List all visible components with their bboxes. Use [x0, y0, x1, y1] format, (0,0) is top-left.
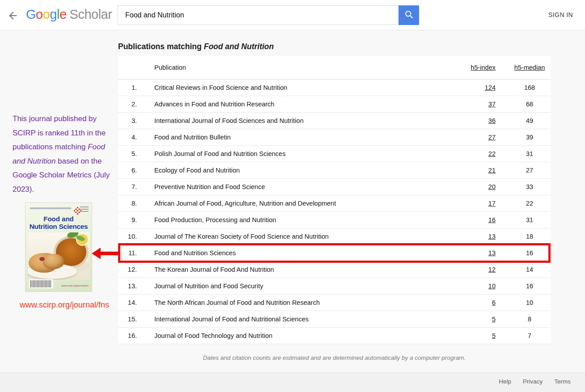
- publication-header: Publication: [137, 64, 455, 71]
- table-header-row: Publication h5-index h5-median: [118, 56, 551, 80]
- row-rank: 12.: [118, 266, 137, 273]
- footer-link-help[interactable]: Help: [499, 378, 511, 385]
- cover-photo: [28, 232, 89, 280]
- row-h5-median: 168: [509, 84, 551, 91]
- jam-shape: [39, 257, 45, 261]
- row-publication: International Journal of Food and Nutrit…: [137, 316, 455, 323]
- row-rank: 11.: [118, 249, 137, 257]
- table-row: 4. Food and Nutrition Bulletin 27 39: [118, 129, 551, 146]
- table-row: 1. Critical Reviews in Food Science and …: [118, 80, 551, 96]
- row-h5-median: 22: [509, 200, 551, 207]
- table-row: 14. The North African Journal of Food an…: [118, 295, 551, 311]
- row-rank: 2.: [118, 101, 137, 108]
- row-h5-index[interactable]: 10: [488, 282, 496, 290]
- journal-cover: Food and Nutrition Sciences www.scirp.or…: [25, 203, 92, 291]
- row-rank: 8.: [118, 200, 137, 207]
- red-arrow-head-icon: [92, 248, 101, 259]
- table-row: 5. Polish Journal of Food and Nutrition …: [118, 146, 551, 162]
- table-footnote: Dates and citation counts are estimated …: [118, 354, 551, 361]
- row-publication: Food and Nutrition Bulletin: [137, 134, 455, 141]
- scirp-journal-link[interactable]: www.scirp.org/journal/fns: [20, 300, 109, 310]
- google-scholar-metrics-page: GoogleScholar SIGN IN This journal publi…: [0, 0, 585, 392]
- row-h5-median: 14: [509, 266, 551, 273]
- row-h5-index[interactable]: 22: [488, 150, 496, 157]
- row-h5-index[interactable]: 5: [492, 316, 496, 323]
- row-h5-index[interactable]: 6: [492, 299, 496, 306]
- row-h5-index[interactable]: 36: [488, 117, 496, 124]
- sign-in-link[interactable]: SIGN IN: [548, 11, 573, 18]
- cover-issn-line: [30, 207, 71, 209]
- table-row: 13. Journal of Nutrition and Food Securi…: [118, 278, 551, 295]
- page-title: Publications matchingFood and Nutrition: [118, 42, 274, 51]
- footer-bar: HelpPrivacyTerms: [0, 372, 585, 392]
- row-h5-index[interactable]: 16: [488, 216, 496, 223]
- google-logo-word: Google: [26, 7, 67, 21]
- row-publication: African Journal of Food, Agriculture, Nu…: [137, 200, 455, 207]
- row-h5-index[interactable]: 21: [488, 167, 496, 174]
- table-row: 15. International Journal of Food and Nu…: [118, 311, 551, 328]
- row-h5-median: 18: [509, 233, 551, 240]
- table-row: 7. Preventive Nutrition and Food Science…: [118, 179, 551, 195]
- row-rank: 13.: [118, 282, 137, 290]
- table-row: 10. Journal of The Korean Society of Foo…: [118, 228, 551, 245]
- row-h5-index[interactable]: 13: [488, 233, 496, 240]
- row-h5-index[interactable]: 13: [488, 249, 496, 257]
- publications-table: Publication h5-index h5-median 1. Critic…: [118, 56, 551, 344]
- row-h5-index[interactable]: 27: [488, 134, 496, 141]
- row-publication: Advances in Food and Nutrition Research: [137, 101, 455, 108]
- footer-link-terms[interactable]: Terms: [554, 378, 571, 385]
- row-publication: Food Production, Processing and Nutritio…: [137, 216, 455, 223]
- row-h5-index[interactable]: 20: [488, 183, 496, 190]
- row-rank: 10.: [118, 233, 137, 240]
- row-rank: 4.: [118, 134, 137, 141]
- page-title-prefix: Publications matching: [118, 42, 202, 51]
- search-icon: [404, 10, 414, 21]
- h5-median-header-link[interactable]: h5-median: [514, 64, 545, 71]
- google-scholar-logo[interactable]: GoogleScholar: [26, 7, 112, 22]
- table-row: 3. International Journal of Food Science…: [118, 113, 551, 129]
- row-h5-index[interactable]: 12: [488, 266, 496, 273]
- row-publication: Journal of Nutrition and Food Security: [137, 282, 455, 290]
- row-publication: Ecology of Food and Nutrition: [137, 167, 455, 174]
- row-h5-median: 68: [509, 101, 551, 108]
- row-h5-index[interactable]: 17: [488, 200, 496, 207]
- row-rank: 3.: [118, 117, 137, 124]
- row-rank: 7.: [118, 183, 137, 190]
- row-h5-index[interactable]: 5: [492, 332, 496, 339]
- row-h5-median: 33: [509, 183, 551, 190]
- barcode: [29, 279, 53, 288]
- back-arrow-icon: [7, 16, 19, 23]
- row-rank: 6.: [118, 167, 137, 174]
- row-h5-median: 49: [509, 117, 551, 124]
- table-row: 8. African Journal of Food, Agriculture,…: [118, 195, 551, 212]
- h5-index-header-link[interactable]: h5-index: [471, 64, 496, 71]
- annotation-text: This journal published by SCIRP is ranke…: [13, 112, 115, 196]
- search-button[interactable]: [398, 5, 419, 25]
- row-h5-median: 31: [509, 216, 551, 223]
- row-h5-median: 16: [509, 282, 551, 290]
- top-bar: GoogleScholar SIGN IN: [0, 0, 585, 30]
- row-h5-median: 10: [509, 299, 551, 306]
- row-h5-median: 31: [509, 150, 551, 157]
- cover-title-line1: Food and: [25, 215, 92, 223]
- row-rank: 15.: [118, 316, 137, 323]
- footer-link-privacy[interactable]: Privacy: [523, 378, 543, 385]
- row-publication: Food and Nutrition Sciences: [137, 249, 455, 257]
- row-h5-index[interactable]: 124: [485, 84, 496, 91]
- table-row: 6. Ecology of Food and Nutrition 21 27: [118, 162, 551, 179]
- cover-title: Food and Nutrition Sciences: [25, 215, 92, 231]
- cover-title-line2: Nutrition Sciences: [25, 223, 92, 231]
- scirp-logo-icon: [76, 207, 78, 208]
- table-row: 2. Advances in Food and Nutrition Resear…: [118, 96, 551, 113]
- row-h5-median: 16: [509, 249, 551, 257]
- row-h5-index[interactable]: 37: [488, 101, 496, 108]
- row-publication: The North African Journal of Food and Nu…: [137, 299, 455, 306]
- back-button[interactable]: [7, 10, 19, 21]
- search-input[interactable]: [118, 5, 398, 25]
- row-publication: Journal of Food Technology and Nutrition: [137, 332, 455, 339]
- row-rank: 14.: [118, 299, 137, 306]
- row-publication: Journal of The Korean Society of Food Sc…: [137, 233, 455, 240]
- row-h5-median: 39: [509, 134, 551, 141]
- row-rank: 9.: [118, 216, 137, 223]
- row-publication: Polish Journal of Food and Nutrition Sci…: [137, 150, 455, 157]
